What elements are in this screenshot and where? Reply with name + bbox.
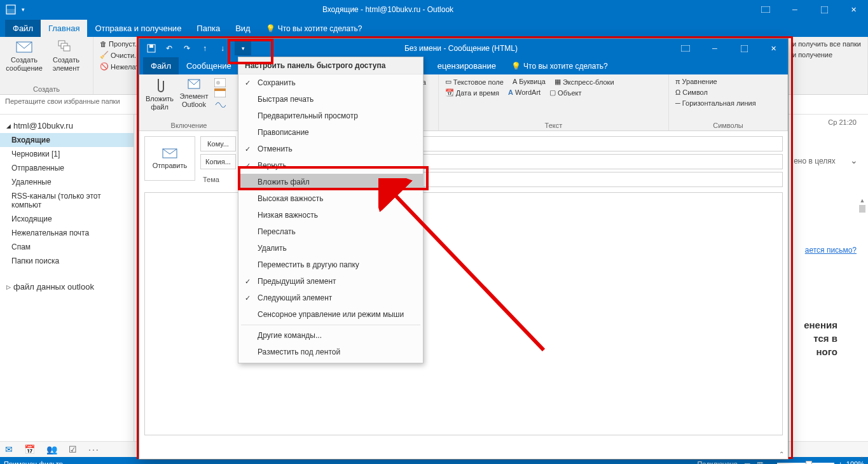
scroll-up-icon[interactable]: ▲ — [860, 197, 865, 204]
compose-window: ↶ ↷ ↑ ↓ ▾ Без имени - Сообщение (HTML) ─… — [139, 38, 789, 460]
paperclip-icon — [153, 77, 166, 94]
svg-point-14 — [216, 81, 220, 85]
compose-tab-review[interactable]: ецензирование — [430, 57, 504, 74]
folder-drafts[interactable]: Черновики [1] — [0, 147, 134, 161]
qat-item-undo[interactable]: Отменить — [238, 141, 423, 157]
compose-maximize-icon[interactable] — [729, 39, 759, 58]
ignore-button[interactable]: 🗑Пропуст... — [99, 39, 142, 48]
close-icon[interactable]: ✕ — [839, 0, 868, 19]
status-view2-icon[interactable]: ▥ — [757, 460, 763, 465]
new-item-button[interactable]: Создать элемент — [47, 39, 85, 73]
ribbon-options-icon[interactable] — [751, 0, 780, 19]
zoom-in-icon[interactable]: + — [838, 460, 842, 464]
tab-send-receive[interactable]: Отправка и получение — [87, 20, 189, 37]
status-view1-icon[interactable]: ▭ — [744, 460, 750, 465]
qat-item-next[interactable]: Следующий элемент — [238, 290, 423, 306]
quickparts-button[interactable]: ▦Экспресс-блоки — [553, 77, 616, 87]
qat-item-quickprint[interactable]: Быстрая печать — [238, 91, 423, 108]
qat-item-high-importance[interactable]: Высокая важность — [238, 190, 423, 207]
qat-item-save[interactable]: Сохранить — [238, 74, 423, 91]
preview-link[interactable]: ается письмо? — [805, 246, 857, 255]
cleanup-button[interactable]: 🧹Очисти... — [99, 50, 141, 60]
items-icon — [57, 39, 75, 55]
datetime-button[interactable]: 📆Дата и время — [444, 88, 500, 97]
folder-sent[interactable]: Отправленные — [0, 161, 134, 175]
calendar-icon[interactable] — [214, 88, 226, 97]
qat-item-delete[interactable]: Удалить — [238, 240, 423, 257]
horizontal-line-button[interactable]: ─Горизонтальная линия — [674, 99, 757, 108]
tab-view[interactable]: Вид — [228, 20, 258, 37]
minimize-icon[interactable]: ─ — [780, 0, 809, 19]
broom-icon: 🧹 — [100, 51, 109, 59]
maximize-icon[interactable] — [809, 0, 839, 19]
tab-file[interactable]: Файл — [5, 20, 41, 37]
new-message-button[interactable]: Создать сообщение — [5, 39, 43, 73]
folder-deleted[interactable]: Удаленные — [0, 175, 134, 189]
outlook-window-title: Входящие - html@10bukv.ru - Outlook — [25, 5, 751, 14]
datafile-header[interactable]: ▷файл данных outlook — [0, 279, 134, 294]
account-header[interactable]: ◢html@10bukv.ru — [0, 118, 134, 133]
qat-item-redo[interactable]: Вернуть — [238, 157, 423, 174]
folder-spam[interactable]: Спам — [0, 240, 134, 254]
folder-search[interactable]: Папки поиска — [0, 254, 134, 268]
qat-down-icon[interactable]: ↓ — [217, 43, 228, 54]
qat-item-more-commands[interactable]: Другие команды... — [238, 327, 423, 344]
qat-item-spelling[interactable]: Правописание — [238, 124, 423, 141]
tab-home[interactable]: Главная — [41, 20, 87, 37]
qat-up-icon[interactable]: ↑ — [199, 43, 210, 54]
send-receive-button[interactable]: и получение — [791, 50, 834, 59]
folder-junk[interactable]: Нежелательная почта — [0, 226, 134, 240]
scroll-thumb[interactable] — [859, 205, 865, 213]
qat-customize-button[interactable]: ▾ — [235, 41, 251, 55]
svg-rect-7 — [64, 46, 70, 51]
outlook-item-button[interactable]: Элемент Outlook — [179, 77, 209, 109]
compose-tell-me[interactable]: 💡Что вы хотите сделать? — [504, 58, 616, 74]
status-filter: Применен фильтр — [4, 460, 63, 464]
folder-inbox[interactable]: Входящие — [0, 133, 134, 147]
send-button[interactable]: Отправить — [144, 136, 195, 181]
more-views-icon[interactable]: ··· — [88, 444, 100, 454]
qat-item-attach-file[interactable]: Вложить файл — [238, 174, 423, 190]
mail-view-icon[interactable]: ✉ — [5, 444, 13, 454]
equation-button[interactable]: πУравнение — [674, 77, 719, 86]
signature-icon[interactable] — [214, 99, 226, 108]
compose-ribbon-opts-icon[interactable] — [671, 39, 700, 58]
compose-minimize-icon[interactable]: ─ — [700, 39, 729, 58]
to-button[interactable]: Кому... — [200, 136, 236, 151]
folder-outbox[interactable]: Исходящие — [0, 212, 134, 226]
people-view-icon[interactable]: 👥 — [46, 444, 57, 454]
cc-button[interactable]: Копия... — [200, 154, 236, 169]
bizcard-icon[interactable] — [214, 78, 226, 87]
dropcap-button[interactable]: AБуквица — [511, 77, 547, 86]
qat-save-icon[interactable] — [146, 43, 157, 54]
qat-item-touch[interactable]: Сенсорное управление или режим мыши — [238, 306, 423, 323]
qat-item-move[interactable]: Переместить в другую папку — [238, 257, 423, 273]
bulb-icon: 💡 — [511, 62, 521, 71]
zoom-out-icon[interactable]: − — [769, 460, 773, 464]
send-receive-all-button[interactable]: и получить все папки — [791, 39, 862, 48]
compose-tab-file[interactable]: Файл — [143, 57, 179, 74]
folder-rss[interactable]: RSS-каналы (только этот компьют — [0, 189, 134, 212]
object-button[interactable]: ▢Объект — [548, 88, 582, 97]
tab-folder[interactable]: Папка — [189, 20, 228, 37]
compose-close-icon[interactable]: ✕ — [759, 39, 788, 58]
textbox-button[interactable]: ▭Текстовое поле — [444, 77, 505, 87]
symbol-button[interactable]: ΩСимвол — [674, 88, 709, 97]
calendar-view-icon[interactable]: 📅 — [24, 444, 35, 454]
compose-tab-message[interactable]: Сообщение — [179, 57, 239, 74]
compose-collapse-ribbon-icon[interactable]: ⌃ — [779, 451, 784, 458]
qat-redo-icon[interactable]: ↷ — [181, 43, 193, 54]
attach-file-button[interactable]: Вложить файл — [144, 77, 175, 111]
qat-undo-icon[interactable]: ↶ — [163, 43, 175, 54]
tasks-view-icon[interactable]: ☑ — [69, 444, 77, 454]
qat-item-preview[interactable]: Предварительный просмотр — [238, 108, 423, 124]
wordart-button[interactable]: AWordArt — [507, 88, 542, 97]
send-icon — [162, 148, 178, 159]
qat-item-prev[interactable]: Предыдущий элемент — [238, 273, 423, 290]
collapse-ribbon-icon[interactable]: ⌃ — [859, 456, 864, 463]
expand-caret-icon[interactable]: ⌄ — [850, 155, 858, 165]
qat-item-below-ribbon[interactable]: Разместить под лентой — [238, 344, 423, 360]
qat-item-low-importance[interactable]: Низкая важность — [238, 207, 423, 223]
tell-me[interactable]: 💡Что вы хотите сделать? — [258, 20, 370, 37]
qat-item-forward[interactable]: Переслать — [238, 223, 423, 240]
